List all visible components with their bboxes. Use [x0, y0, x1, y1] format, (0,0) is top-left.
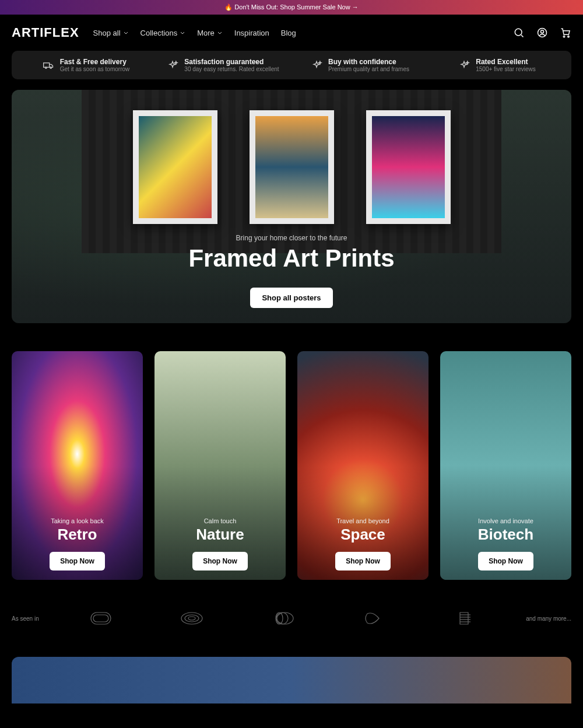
hero: Bring your home closer to the future Fra… [12, 90, 571, 323]
category-cards: Taking a look back Retro Shop Now Calm t… [12, 351, 571, 580]
nav-inspiration[interactable]: Inspiration [234, 29, 269, 37]
feature-title: Fast & Free delivery [60, 58, 130, 66]
card-kicker: Travel and beyond [336, 517, 389, 524]
search-icon[interactable] [513, 27, 525, 38]
feature-sub: 30 day easy returns. Rated excellent [184, 66, 279, 72]
secondary-hero [12, 657, 571, 704]
card-title: Retro [58, 526, 97, 544]
card-space[interactable]: Travel and beyond Space Shop Now [297, 351, 429, 580]
svg-rect-9 [93, 615, 108, 622]
main-nav: Shop all Collections More Inspiration Bl… [93, 29, 296, 37]
hero-frames [82, 90, 501, 253]
svg-point-10 [181, 612, 202, 624]
chevron-down-icon [180, 30, 185, 36]
press-logos [55, 608, 510, 629]
feature-sub: Get it as soon as tomorrow [60, 66, 130, 72]
feature-title: Rated Excellent [476, 58, 536, 66]
header: ARTIFLEX Shop all Collections More Inspi… [0, 15, 583, 51]
card-title: Biotech [478, 526, 533, 544]
svg-point-4 [568, 36, 570, 37]
feature-satisfaction: Satisfaction guaranteed30 day easy retur… [154, 58, 292, 72]
press-logo-1 [86, 608, 115, 629]
feature-rated: Rated Excellent1500+ five star reviews [429, 58, 566, 72]
logo[interactable]: ARTIFLEX [12, 25, 79, 40]
chevron-down-icon [217, 30, 223, 36]
nav-more[interactable]: More [197, 29, 223, 37]
hero-frame-2 [250, 110, 334, 224]
svg-rect-8 [91, 612, 111, 624]
nav-label: More [197, 29, 215, 37]
svg-point-3 [563, 36, 565, 37]
press-logo-4 [359, 608, 388, 629]
svg-point-15 [277, 612, 293, 624]
card-kicker: Taking a look back [51, 517, 104, 524]
svg-point-6 [45, 66, 47, 68]
svg-point-2 [541, 30, 544, 33]
press-logo-3 [268, 608, 297, 629]
feature-sub: Premium quality art and frames [328, 66, 409, 72]
truck-icon [43, 60, 54, 71]
hero-kicker: Bring your home closer to the future [12, 234, 571, 242]
nav-blog[interactable]: Blog [281, 29, 296, 37]
card-title: Nature [196, 526, 244, 544]
card-retro[interactable]: Taking a look back Retro Shop Now [12, 351, 143, 580]
announcement-bar[interactable]: 🔥 Don't Miss Out: Shop Summer Sale Now → [0, 0, 583, 15]
sparkle-icon [458, 60, 470, 71]
nav-shop-all[interactable]: Shop all [93, 29, 129, 37]
feature-title: Buy with confidence [328, 58, 409, 66]
account-icon[interactable] [536, 27, 548, 38]
sparkle-icon [311, 60, 322, 71]
hero-frame-3 [366, 110, 451, 224]
features-bar: Fast & Free deliveryGet it as soon as to… [12, 51, 571, 79]
svg-point-1 [538, 29, 547, 37]
shop-now-button[interactable]: Shop Now [335, 552, 391, 570]
feature-delivery: Fast & Free deliveryGet it as soon as to… [17, 58, 154, 72]
seen-label: As seen in [12, 615, 39, 622]
nav-label: Collections [141, 29, 178, 37]
hero-frame-1 [133, 110, 217, 224]
press-logo-5 [449, 608, 479, 629]
card-kicker: Involve and inovate [478, 517, 533, 524]
feature-confidence: Buy with confidencePremium quality art a… [292, 58, 429, 72]
shop-now-button[interactable]: Shop Now [50, 552, 105, 570]
header-icons [513, 27, 571, 38]
svg-point-14 [276, 612, 288, 624]
seen-more: and many more... [526, 615, 571, 622]
nav-collections[interactable]: Collections [141, 29, 186, 37]
feature-sub: 1500+ five star reviews [476, 66, 536, 72]
svg-point-11 [185, 615, 199, 622]
as-seen-in: As seen in and many more... [12, 608, 571, 629]
svg-point-12 [188, 617, 195, 620]
card-kicker: Calm touch [204, 517, 237, 524]
hero-title: Framed Art Prints [12, 244, 571, 272]
card-title: Space [340, 526, 385, 544]
sparkle-icon [167, 60, 178, 71]
feature-title: Satisfaction guaranteed [184, 58, 279, 66]
hero-cta-button[interactable]: Shop all posters [250, 288, 332, 308]
card-biotech[interactable]: Involve and inovate Biotech Shop Now [440, 351, 571, 580]
card-nature[interactable]: Calm touch Nature Shop Now [154, 351, 286, 580]
svg-point-7 [50, 66, 52, 68]
svg-point-0 [515, 29, 522, 36]
shop-now-button[interactable]: Shop Now [478, 552, 533, 570]
shop-now-button[interactable]: Shop Now [192, 552, 248, 570]
nav-label: Shop all [93, 29, 121, 37]
svg-rect-5 [43, 62, 49, 67]
cart-icon[interactable] [560, 27, 571, 38]
chevron-down-icon [123, 30, 129, 36]
press-logo-2 [177, 608, 206, 629]
